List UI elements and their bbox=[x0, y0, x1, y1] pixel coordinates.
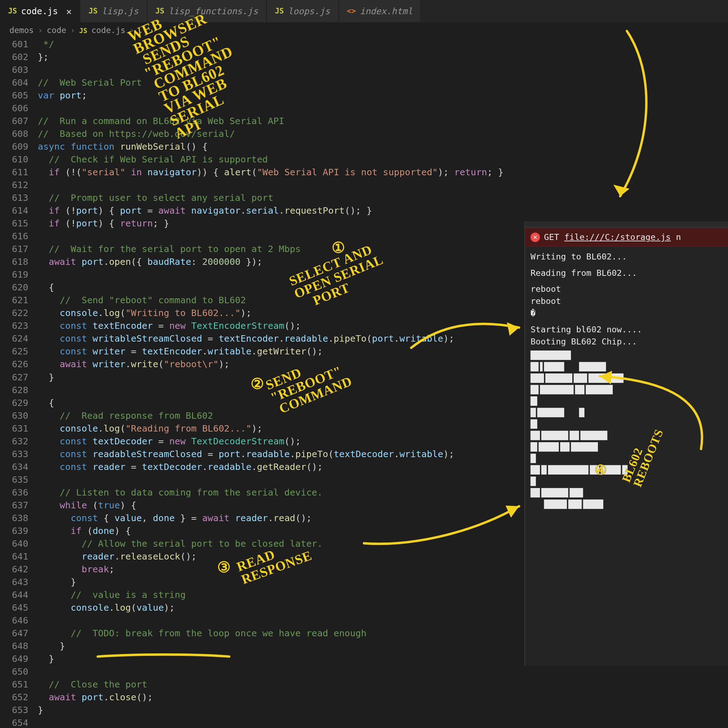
devtools-console[interactable]: ✕ GET file:///C:/storage.js n Writing to… bbox=[524, 221, 728, 666]
js-icon: JS bbox=[79, 27, 87, 34]
breadcrumb-sub: code bbox=[47, 26, 66, 35]
js-icon: JS bbox=[275, 7, 284, 16]
error-method: GET bbox=[544, 232, 559, 242]
tab-label: loops.js bbox=[288, 6, 330, 16]
tab-lisp-functions-js[interactable]: JS lisp_functions.js bbox=[147, 0, 267, 22]
tab-label: index.html bbox=[360, 6, 413, 16]
console-line: Booting BL602 Chip... bbox=[530, 336, 722, 348]
breadcrumb-file: code.js bbox=[91, 26, 125, 35]
console-body: Writing to BL602... Reading from BL602..… bbox=[525, 247, 728, 515]
tab-bar: JS code.js × JS lisp.js JS lisp_function… bbox=[0, 0, 728, 23]
error-tail: n bbox=[676, 232, 681, 242]
breadcrumb-folder: demos bbox=[9, 26, 34, 35]
tab-lisp-js[interactable]: JS lisp.js bbox=[81, 0, 147, 22]
js-icon: JS bbox=[155, 7, 164, 16]
code-editor[interactable]: 6016026036046056066076086096106116126136… bbox=[0, 38, 728, 728]
console-line: reboot bbox=[530, 295, 722, 307]
html-icon: <> bbox=[347, 7, 356, 16]
breadcrumb-tail: ... bbox=[138, 26, 153, 35]
error-url[interactable]: file:///C:/storage.js bbox=[564, 232, 671, 242]
error-icon: ✕ bbox=[530, 232, 540, 242]
tab-index-html[interactable]: <> index.html bbox=[339, 0, 421, 22]
console-line: reboot bbox=[530, 283, 722, 295]
breadcrumb[interactable]: demos › code › JS code.js › ... bbox=[0, 23, 728, 38]
chevron-right-icon: › bbox=[129, 26, 135, 35]
tab-label: lisp_functions.js bbox=[168, 6, 258, 16]
js-icon: JS bbox=[8, 7, 17, 16]
console-line: Starting bl602 now.... bbox=[530, 323, 722, 336]
console-line: Reading from BL602... bbox=[530, 267, 722, 279]
console-error-row[interactable]: ✕ GET file:///C:/storage.js n bbox=[525, 228, 728, 247]
console-line: � bbox=[530, 307, 722, 320]
console-garbled-output bbox=[530, 350, 722, 509]
tab-code-js[interactable]: JS code.js × bbox=[0, 0, 81, 22]
close-icon[interactable]: × bbox=[62, 6, 72, 16]
tab-label: code.js bbox=[21, 6, 58, 16]
js-icon: JS bbox=[89, 7, 97, 16]
chevron-right-icon: › bbox=[38, 26, 43, 35]
devtools-toolbar bbox=[525, 221, 728, 228]
console-line: Writing to BL602... bbox=[530, 251, 722, 263]
line-gutter: 6016026036046056066076086096106116126136… bbox=[0, 38, 38, 728]
tab-label: lisp.js bbox=[102, 6, 139, 16]
chevron-right-icon: › bbox=[70, 26, 75, 35]
tab-loops-js[interactable]: JS loops.js bbox=[267, 0, 339, 22]
